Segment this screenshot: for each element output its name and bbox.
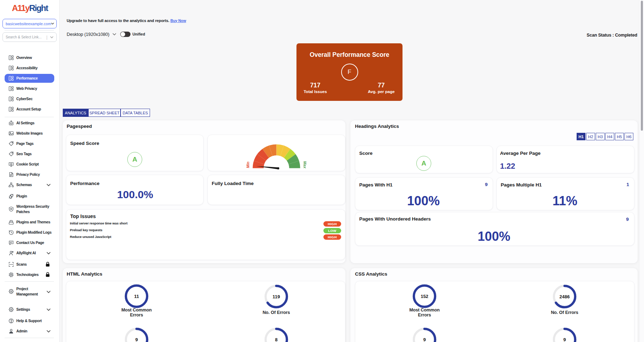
svg-text:Max: Max [303,161,307,169]
svg-text:Min: Min [246,162,250,168]
